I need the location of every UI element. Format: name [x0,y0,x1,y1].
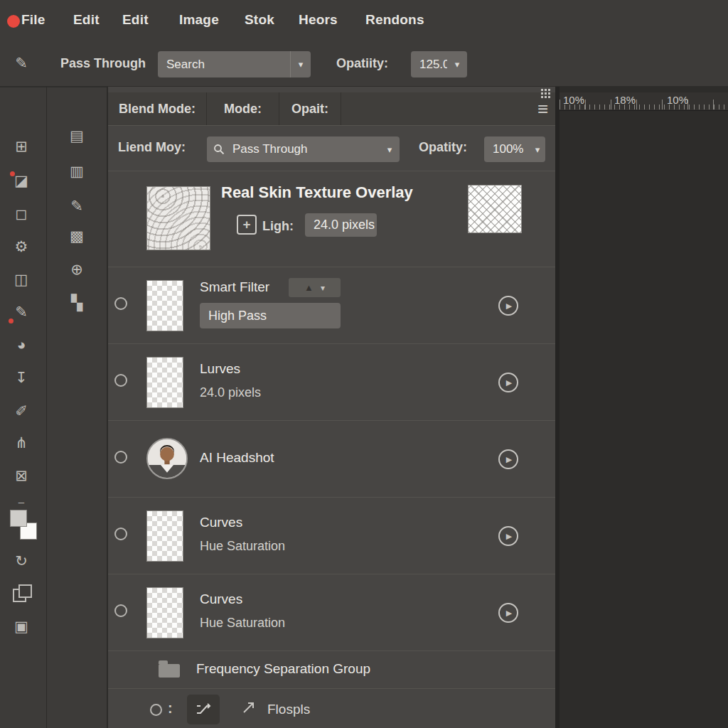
visibility-toggle[interactable] [114,528,127,540]
layers-list-icon[interactable]: ▤ [61,127,92,145]
shuffle-action-button[interactable] [187,695,220,724]
opacity-dropdown[interactable]: 125.0 ▾ [411,51,467,77]
panel-opacity-label: Opatity: [419,140,467,155]
menu-edit[interactable]: Edit [73,12,100,28]
panel-grid-icon[interactable] [541,89,543,91]
options-bar: ✎ Pass Through Search ▾ Opatiity: 125.0 … [0,43,728,87]
panel-opacity-value: 100% [484,142,530,156]
layer-name: Lurves [200,361,240,377]
panel-menu-icon[interactable]: ≡ [537,100,548,118]
frame-box-tool-icon[interactable]: ▣ [6,617,37,636]
search-dropdown[interactable]: Search ▾ [158,51,311,77]
light-value: 24.0 pixels [314,218,375,232]
filter-stepper[interactable]: ▲ ▾ [289,278,341,297]
foreground-color-swatch[interactable] [10,510,27,527]
tab-blend-mode[interactable]: Blend Mode: [108,92,207,125]
tab-mode[interactable]: Mode: [207,92,279,125]
visibility-toggle[interactable] [114,451,127,464]
layer-thumbnail[interactable] [146,357,183,408]
bottom-row-label: Flospls [267,702,310,717]
expand-layer-icon[interactable]: ▶ [498,373,518,392]
refresh-tool-icon[interactable]: ↻ [6,552,37,570]
blend-mode-dropdown[interactable]: Pass Through ▾ [207,136,400,162]
light-value-field[interactable]: 24.0 pixels [305,213,377,237]
layer-name: Curves [200,592,242,607]
opacity-option-label: Opatiity: [336,56,388,71]
blend-mode-option-label: Pass Through [60,56,146,71]
brush-accent-dot [9,318,14,323]
chevron-down-icon: ▾ [530,144,545,155]
texture-thumbnail[interactable] [146,186,210,250]
ruler-label: 18% [614,94,636,106]
wrench-tool-icon[interactable]: ⚙ [6,237,37,256]
globe-help-icon[interactable]: ⊕ [61,260,92,279]
expand-layer-icon[interactable]: ▶ [498,603,518,623]
menu-heors[interactable]: Heors [299,12,338,28]
header-layer-row[interactable]: Real Skin Texture Overlay + Ligh: 24.0 p… [108,171,556,267]
layer-thumbnail[interactable] [146,510,183,562]
chevron-down-icon: ▾ [321,283,325,293]
copy-layers-icon[interactable]: ▩ [61,227,92,245]
edit-brush-icon[interactable]: ✎ [61,197,92,215]
headshot-thumbnail[interactable] [146,438,188,479]
eraser-accent-dot [10,171,15,176]
visibility-toggle[interactable] [150,704,162,716]
high-pass-button[interactable]: High Pass [200,303,341,328]
play-icon: ▶ [506,532,512,541]
panel-bottom-row: : Flospls [108,688,556,728]
ruler: 10% 18% 10% [560,92,728,111]
layer-row-lurves[interactable]: Lurves 24.0 pixels ▶ [108,343,556,420]
printer-icon[interactable]: ▥ [61,162,92,181]
layer-name: AI Headshot [200,450,274,466]
expand-layer-icon[interactable]: ▶ [498,526,518,546]
chevron-down-icon: ▾ [447,59,467,70]
group-row[interactable]: Frequency Separation Group [108,651,556,688]
search-icon [207,144,231,155]
layer-detail: Hue Saturation [200,616,285,631]
color-swatches[interactable] [9,508,40,542]
folder-icon [159,664,180,678]
play-icon: ▶ [506,378,512,387]
flip-arrow-icon[interactable] [241,700,257,718]
menu-image[interactable]: Image [179,12,219,28]
canvas-area[interactable]: 10% 18% 10% [555,87,728,728]
layers-panel: Blend Mode: Mode: Opait: ≡ Liend Moy: Pa… [107,87,555,728]
expand-layer-icon[interactable]: ▶ [498,449,518,469]
tab-opacity[interactable]: Opait: [279,92,341,125]
menu-stok[interactable]: Stok [245,12,274,28]
menu-rendons[interactable]: Rendons [365,12,424,28]
marquee-tool-icon[interactable]: ◻ [6,205,37,223]
vector-tool-icon[interactable]: ⋔ [6,434,37,452]
menu-file[interactable]: File [21,12,46,28]
crop-tool-icon[interactable]: ◫ [6,270,37,289]
grid-tool-icon[interactable]: ⊠ [6,466,37,485]
visibility-toggle[interactable] [114,297,127,310]
pencil-tool-icon[interactable]: ✐ [6,402,37,420]
move-tool-badge-icon[interactable]: + [237,215,257,235]
duplicate-tool-icon[interactable] [13,584,30,601]
app-window: File Edit Edit Image Stok Heors Rendons … [0,0,728,728]
opacity-dropdown-value: 125.0 [411,58,447,72]
group-name: Frequency Separation Group [196,661,370,677]
layer-row-curves-1[interactable]: Curves Hue Saturation ▶ [108,497,556,574]
anchor-tool-icon[interactable]: ↧ [6,368,37,387]
layer-thumbnail[interactable] [146,280,183,331]
layer-row-curves-2[interactable]: Curves Hue Saturation ▶ [108,574,556,651]
tiles-icon[interactable]: ▚ [61,294,92,312]
layer-thumbnail[interactable] [146,587,183,638]
active-tool-icon[interactable]: ✎ [6,54,37,73]
mask-thumbnail[interactable] [468,185,522,233]
frames-tool-icon[interactable]: ⊞ [6,137,37,156]
menu-bar: File Edit Edit Image Stok Heors Rendons [0,0,728,43]
panel-opacity-dropdown[interactable]: 100% ▾ [484,136,545,162]
layer-row-smart-filter[interactable]: Smart Filter ▲ ▾ High Pass ▶ [108,267,556,343]
visibility-toggle[interactable] [114,604,127,617]
layer-detail: 24.0 pixels [200,385,261,400]
ruler-label: 10% [563,94,584,106]
pen-tool-icon[interactable]: ◕ [6,336,37,354]
visibility-toggle[interactable] [114,374,127,387]
expand-layer-icon[interactable]: ▶ [498,296,518,316]
menu-edit-2[interactable]: Edit [122,12,149,28]
layer-row-ai-headshot[interactable]: AI Headshot ▶ [108,420,556,497]
play-icon: ▶ [506,609,512,618]
